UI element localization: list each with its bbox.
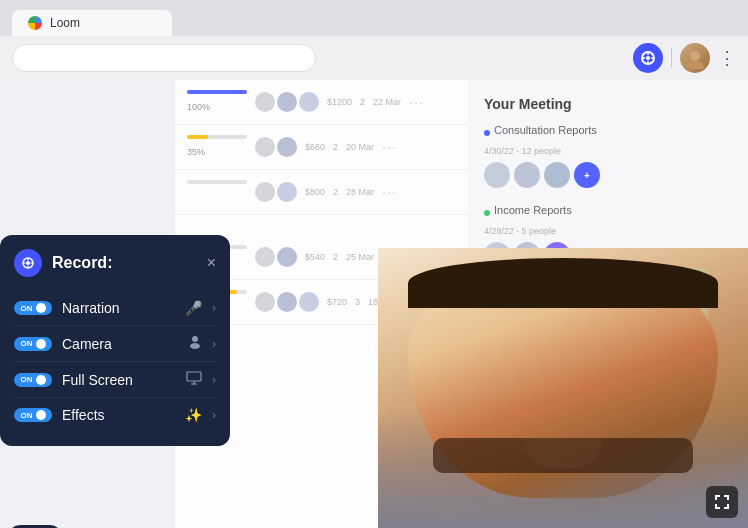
microphone-icon: 🎤	[185, 300, 202, 316]
record-panel-close-button[interactable]: ×	[207, 254, 216, 272]
chevron-right-icon: ›	[212, 337, 216, 351]
status-dot-blue	[484, 130, 490, 136]
svg-point-9	[26, 261, 30, 265]
consultation-avatars: +	[484, 162, 732, 188]
camera-toggle[interactable]: ON	[14, 337, 52, 351]
toggle-dot	[36, 303, 46, 313]
table-row: $800 2 28 Mar ···	[175, 170, 468, 215]
expand-icon	[714, 494, 730, 510]
video-person	[378, 248, 748, 528]
record-panel: Record: × ON Narration 🎤 › ON Camera	[0, 235, 230, 446]
income-label: Income Reports	[494, 204, 572, 216]
table-row: 35% $660 2 20 Mar ···	[175, 125, 468, 170]
effects-label: Effects	[62, 407, 175, 423]
narration-toggle[interactable]: ON	[14, 301, 52, 315]
avatar	[484, 162, 510, 188]
toolbar-icons: ⋮	[633, 43, 736, 73]
consultation-label: Consultation Reports	[494, 124, 597, 136]
income-sub: 4/28/22 · 5 people	[484, 226, 732, 236]
chevron-right-icon: ›	[212, 408, 216, 422]
fullscreen-toggle[interactable]: ON	[14, 373, 52, 387]
avatar-overflow-badge: +	[574, 162, 600, 188]
browser-toolbar: ⋮	[0, 36, 748, 80]
toolbar-divider	[671, 48, 672, 68]
record-effects-row: ON Effects ✨ ›	[14, 398, 216, 432]
narration-toggle-label: ON	[21, 304, 33, 313]
avatar	[544, 162, 570, 188]
person-icon	[188, 335, 202, 352]
toggle-dot	[36, 339, 46, 349]
browser-menu-button[interactable]: ⋮	[718, 47, 736, 69]
toggle-dot	[36, 375, 46, 385]
toggle-dot	[36, 410, 46, 420]
active-tab[interactable]: Loom	[12, 10, 172, 36]
fullscreen-toggle-label: ON	[21, 375, 33, 384]
svg-point-14	[192, 336, 198, 342]
tab-bar: Loom	[0, 0, 748, 36]
effects-icon: ✨	[185, 407, 202, 423]
record-panel-header: Record: ×	[14, 249, 216, 277]
svg-point-15	[190, 343, 200, 349]
video-expand-button[interactable]	[706, 486, 738, 518]
status-dot-green	[484, 210, 490, 216]
record-narration-row: ON Narration 🎤 ›	[14, 291, 216, 326]
consultation-reports-section: Consultation Reports 4/30/22 · 12 people…	[484, 124, 732, 188]
loom-toolbar-icon[interactable]	[633, 43, 663, 73]
consultation-sub: 4/30/22 · 12 people	[484, 146, 732, 156]
user-avatar[interactable]	[680, 43, 710, 73]
svg-point-1	[646, 56, 650, 60]
camera-toggle-label: ON	[21, 339, 33, 348]
chevron-right-icon: ›	[212, 373, 216, 387]
browser-chrome: Loom ⋮	[0, 0, 748, 80]
tab-title: Loom	[50, 16, 80, 30]
monitor-icon	[186, 371, 202, 388]
svg-rect-16	[187, 372, 201, 381]
camera-label: Camera	[62, 336, 178, 352]
avatar	[514, 162, 540, 188]
address-bar[interactable]	[12, 44, 316, 72]
main-content: 100% $1200 2 22 Mar ··· 35% $660 2 20 Ma…	[0, 80, 748, 528]
meeting-title: Your Meeting	[484, 96, 732, 112]
fullscreen-label: Full Screen	[62, 372, 176, 388]
record-logo-icon	[14, 249, 42, 277]
tab-favicon	[28, 16, 42, 30]
table-row: 100% $1200 2 22 Mar ···	[175, 80, 468, 125]
record-camera-row: ON Camera ›	[14, 326, 216, 362]
svg-point-7	[686, 61, 704, 69]
record-fullscreen-row: ON Full Screen ›	[14, 362, 216, 398]
narration-label: Narration	[62, 300, 175, 316]
video-feed	[378, 248, 748, 528]
record-panel-title: Record:	[52, 254, 197, 272]
effects-toggle[interactable]: ON	[14, 408, 52, 422]
chevron-right-icon: ›	[212, 301, 216, 315]
effects-toggle-label: ON	[21, 411, 33, 420]
svg-point-6	[690, 51, 700, 61]
